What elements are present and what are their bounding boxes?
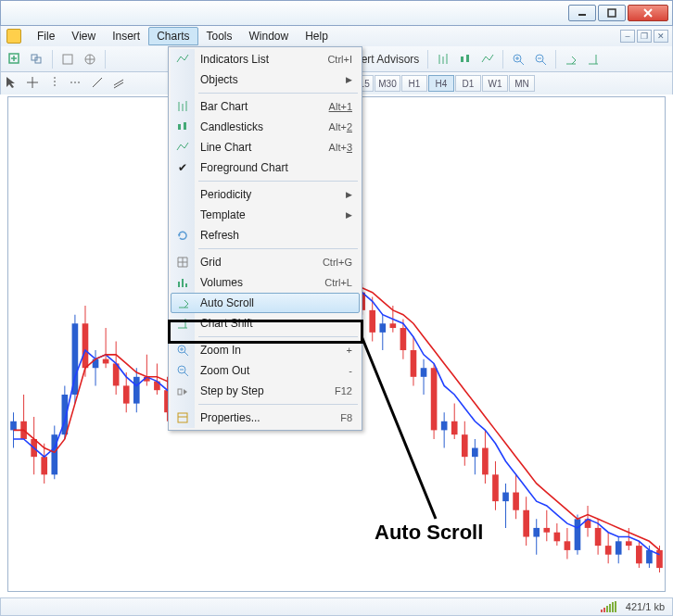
- menu-bar: File View Insert Charts Tools Window Hel…: [0, 26, 673, 46]
- svg-rect-133: [502, 493, 509, 502]
- svg-rect-61: [133, 377, 140, 404]
- horizontal-line-button[interactable]: [70, 76, 90, 92]
- cursor-button[interactable]: [5, 76, 25, 92]
- trendline-button[interactable]: [91, 76, 111, 92]
- menu-file[interactable]: File: [29, 27, 63, 45]
- svg-rect-115: [411, 350, 417, 377]
- svg-rect-123: [451, 421, 458, 434]
- svg-rect-43: [41, 457, 47, 474]
- maximize-button[interactable]: [598, 5, 626, 21]
- channel-button[interactable]: [112, 76, 133, 92]
- menu-view[interactable]: View: [63, 27, 104, 45]
- svg-rect-37: [10, 421, 17, 431]
- svg-rect-145: [565, 541, 571, 550]
- svg-rect-1: [608, 9, 616, 17]
- mdi-minimize-button[interactable]: –: [620, 30, 635, 43]
- svg-rect-121: [441, 421, 448, 431]
- zoom-out-button[interactable]: [530, 49, 551, 69]
- profiles-button[interactable]: [27, 49, 47, 69]
- app-icon: [6, 29, 21, 44]
- new-chart-button[interactable]: [5, 49, 25, 69]
- svg-rect-170: [178, 282, 180, 287]
- volumes-icon: [175, 275, 190, 290]
- svg-rect-59: [123, 385, 130, 403]
- chart-shift-icon: [175, 316, 190, 331]
- svg-rect-167: [178, 124, 181, 130]
- close-button[interactable]: [628, 5, 668, 21]
- svg-marker-28: [6, 77, 15, 88]
- charts-dropdown-menu: Indicators ListCtrl+I Objects▶ Bar Chart…: [168, 46, 362, 431]
- menu-candlesticks[interactable]: CandlesticksAlt+2: [171, 117, 360, 137]
- candlestick-button[interactable]: [455, 49, 476, 69]
- timeframe-m30[interactable]: M30: [375, 75, 400, 92]
- crosshair-button[interactable]: [26, 76, 46, 92]
- svg-rect-119: [431, 368, 438, 430]
- menu-help[interactable]: Help: [297, 27, 336, 45]
- properties-icon: [175, 410, 190, 425]
- mdi-restore-button[interactable]: ❐: [637, 30, 652, 43]
- vertical-line-button[interactable]: [48, 76, 69, 92]
- menu-foreground-chart[interactable]: ✔Foreground Chart: [171, 157, 360, 178]
- candlestick-icon: [175, 119, 190, 134]
- menu-window[interactable]: Window: [241, 27, 298, 45]
- svg-rect-127: [472, 448, 478, 458]
- svg-rect-171: [182, 279, 184, 287]
- menu-objects[interactable]: Objects▶: [171, 69, 360, 90]
- timeframe-d1[interactable]: D1: [455, 75, 481, 92]
- svg-rect-55: [103, 359, 109, 364]
- svg-rect-129: [482, 448, 489, 475]
- svg-rect-51: [83, 323, 89, 368]
- status-bar: 421/1 kb: [0, 597, 673, 616]
- svg-rect-183: [178, 413, 187, 422]
- connection-bars-icon: [601, 601, 616, 612]
- menu-tools[interactable]: Tools: [198, 27, 241, 45]
- svg-rect-19: [466, 55, 469, 62]
- auto-scroll-toolbar-button[interactable]: [561, 49, 581, 69]
- minimize-button[interactable]: [568, 5, 596, 21]
- menu-template[interactable]: Template▶: [171, 205, 360, 225]
- zoom-in-button[interactable]: [508, 49, 528, 69]
- line-chart-button[interactable]: [477, 49, 498, 69]
- menu-volumes[interactable]: VolumesCtrl+L: [171, 272, 360, 293]
- indicators-icon: [175, 52, 190, 67]
- refresh-icon: [175, 228, 190, 243]
- bar-chart-button[interactable]: [433, 49, 453, 69]
- menu-chart-shift[interactable]: Chart Shift: [171, 313, 360, 333]
- menu-zoom-out[interactable]: Zoom Out-: [171, 360, 360, 381]
- svg-rect-113: [400, 328, 407, 350]
- menu-periodicity[interactable]: Periodicity▶: [171, 184, 360, 205]
- menu-charts[interactable]: Charts: [148, 27, 197, 45]
- mdi-close-button[interactable]: ✕: [654, 30, 668, 43]
- svg-rect-161: [646, 550, 653, 563]
- svg-rect-109: [379, 323, 386, 333]
- market-watch-button[interactable]: [57, 49, 78, 69]
- menu-auto-scroll[interactable]: Auto Scroll: [171, 293, 360, 313]
- menu-properties[interactable]: Properties...F8: [171, 408, 360, 428]
- menu-refresh[interactable]: Refresh: [171, 225, 360, 245]
- svg-rect-147: [575, 519, 581, 550]
- timeframe-h4[interactable]: H4: [428, 75, 454, 92]
- menu-line-chart[interactable]: Line ChartAlt+3: [171, 137, 360, 157]
- menu-indicators-list[interactable]: Indicators ListCtrl+I: [171, 49, 360, 69]
- window-titlebar: [0, 0, 673, 26]
- svg-rect-117: [421, 368, 427, 377]
- chart-shift-toolbar-button[interactable]: [583, 49, 603, 69]
- menu-bar-chart[interactable]: Bar ChartAlt+1: [171, 96, 360, 117]
- navigator-button[interactable]: [80, 49, 100, 69]
- auto-scroll-icon: [176, 295, 191, 310]
- menu-insert[interactable]: Insert: [104, 27, 148, 45]
- svg-rect-155: [616, 541, 622, 554]
- timeframe-mn[interactable]: MN: [509, 75, 535, 92]
- menu-zoom-in[interactable]: Zoom In+: [171, 340, 360, 360]
- zoom-in-icon: [175, 343, 190, 358]
- menu-grid[interactable]: GridCtrl+G: [171, 252, 360, 272]
- timeframe-h1[interactable]: H1: [401, 75, 427, 92]
- svg-rect-168: [184, 122, 186, 130]
- svg-rect-18: [461, 57, 463, 62]
- svg-rect-137: [523, 510, 529, 537]
- svg-rect-143: [554, 533, 561, 542]
- svg-rect-135: [513, 493, 519, 510]
- timeframe-w1[interactable]: W1: [482, 75, 508, 92]
- svg-rect-153: [605, 546, 612, 555]
- menu-step-by-step[interactable]: Step by StepF12: [171, 381, 360, 401]
